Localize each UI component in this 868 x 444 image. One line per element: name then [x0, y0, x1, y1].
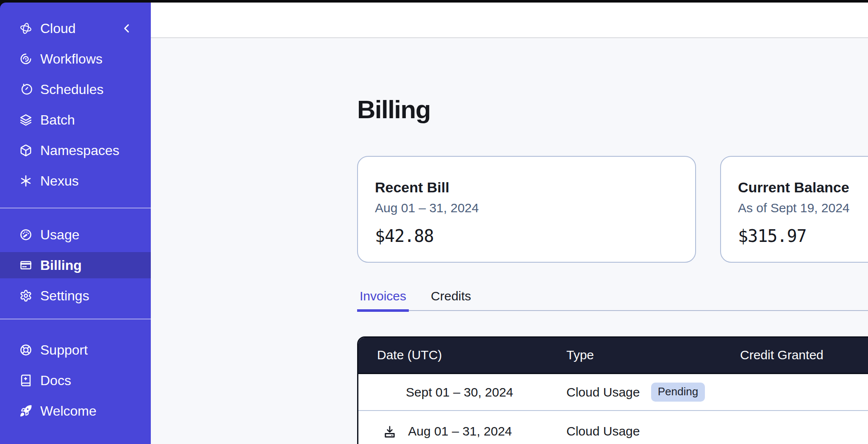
- sidebar-item-usage[interactable]: Usage: [0, 222, 151, 248]
- invoice-date-cell: Aug 01 – 31, 2024: [358, 411, 566, 444]
- invoice-date: Aug 01 – 31, 2024: [408, 425, 512, 438]
- book-icon: [19, 374, 32, 387]
- tab-invoices[interactable]: Invoices: [357, 289, 409, 312]
- asterisk-icon: [19, 175, 32, 187]
- workflows-icon: [19, 53, 32, 65]
- sidebar-item-label: Usage: [40, 227, 80, 243]
- column-header-credit-granted: Credit Granted: [740, 338, 868, 373]
- invoice-type: Cloud Usage: [566, 385, 640, 399]
- sidebar-item-workflows[interactable]: Workflows: [0, 46, 151, 72]
- lifebuoy-icon: [19, 344, 32, 356]
- column-header-date: Date (UTC): [358, 338, 566, 373]
- invoice-type-cell: Cloud Usage: [566, 411, 740, 444]
- app-window: Cloud Workflows Schedules: [0, 3, 868, 444]
- invoice-date: Sept 01 – 30, 2024: [406, 385, 513, 399]
- schedules-icon: [19, 83, 32, 96]
- sidebar-item-namespaces[interactable]: Namespaces: [0, 137, 151, 164]
- card-subtitle: Aug 01 – 31, 2024: [375, 200, 678, 216]
- sidebar-divider: [0, 319, 151, 319]
- sidebar-item-cloud[interactable]: Cloud: [0, 15, 151, 42]
- sidebar-divider: [0, 208, 151, 208]
- sidebar-item-label: Support: [40, 342, 88, 358]
- card-amount: $315.97: [738, 226, 868, 246]
- sidebar-item-label: Settings: [40, 288, 89, 304]
- recent-bill-card: Recent Bill Aug 01 – 31, 2024 $42.88: [357, 156, 696, 263]
- sidebar-item-label: Workflows: [40, 51, 103, 67]
- invoice-credit-granted-cell: [740, 411, 868, 444]
- invoice-type-cell: Cloud Usage Pending: [566, 373, 740, 411]
- sidebar-item-docs[interactable]: Docs: [0, 367, 151, 394]
- sidebar-item-label: Cloud: [40, 21, 76, 36]
- sidebar-item-settings[interactable]: Settings: [0, 283, 151, 309]
- billing-page: Billing Recent Bill Aug 01 – 31, 2024 $4…: [151, 38, 868, 444]
- current-balance-card: Current Balance As of Sept 19, 2024 $315…: [720, 156, 868, 263]
- topbar: [151, 3, 868, 38]
- card-subtitle: As of Sept 19, 2024: [738, 200, 868, 216]
- sidebar-item-welcome[interactable]: Welcome: [0, 398, 151, 424]
- download-icon: [383, 425, 397, 439]
- column-header-type: Type: [566, 338, 740, 373]
- layers-icon: [19, 114, 32, 126]
- invoice-credit-granted-cell: [740, 373, 868, 411]
- card-amount: $42.88: [375, 226, 678, 246]
- collapse-sidebar-button[interactable]: [120, 22, 133, 35]
- sidebar-item-label: Billing: [40, 258, 82, 273]
- invoices-table: Date (UTC) Type Credit Granted Sept 01 –…: [357, 336, 868, 444]
- chevron-left-icon: [120, 22, 133, 35]
- download-invoice-button[interactable]: [383, 425, 397, 439]
- cube-icon: [19, 144, 32, 157]
- invoice-type: Cloud Usage: [566, 425, 640, 438]
- card-title: Current Balance: [738, 178, 868, 197]
- gear-icon: [19, 289, 32, 302]
- sidebar-item-batch[interactable]: Batch: [0, 107, 151, 133]
- gauge-icon: [19, 228, 32, 241]
- tab-credits[interactable]: Credits: [428, 289, 474, 312]
- main-area: Billing Recent Bill Aug 01 – 31, 2024 $4…: [151, 3, 868, 444]
- sidebar-item-support[interactable]: Support: [0, 337, 151, 363]
- invoice-row: Aug 01 – 31, 2024 Cloud Usage: [358, 411, 868, 444]
- sidebar-item-billing[interactable]: Billing: [0, 252, 151, 278]
- summary-cards: Recent Bill Aug 01 – 31, 2024 $42.88 Cur…: [357, 156, 868, 263]
- sidebar-item-nexus[interactable]: Nexus: [0, 168, 151, 194]
- sidebar-item-label: Namespaces: [40, 143, 119, 158]
- sidebar-item-label: Batch: [40, 112, 75, 128]
- status-badge-pending: Pending: [651, 383, 705, 402]
- card-title: Recent Bill: [375, 178, 678, 197]
- sidebar-item-label: Welcome: [40, 403, 97, 419]
- billing-tabs: Invoices Credits: [357, 289, 868, 311]
- sidebar-item-label: Schedules: [40, 82, 103, 97]
- credit-card-icon: [19, 259, 32, 272]
- sidebar-item-label: Docs: [40, 373, 71, 388]
- invoice-date-cell: Sept 01 – 30, 2024: [358, 373, 566, 411]
- invoice-row: Sept 01 – 30, 2024 Cloud Usage Pending: [358, 373, 868, 411]
- page-title: Billing: [357, 94, 868, 125]
- sidebar: Cloud Workflows Schedules: [0, 3, 151, 444]
- sidebar-item-label: Nexus: [40, 173, 79, 189]
- sidebar-item-schedules[interactable]: Schedules: [0, 76, 151, 103]
- table-header-row: Date (UTC) Type Credit Granted: [358, 338, 868, 373]
- temporal-logo-icon: [19, 22, 32, 35]
- rocket-icon: [19, 405, 32, 417]
